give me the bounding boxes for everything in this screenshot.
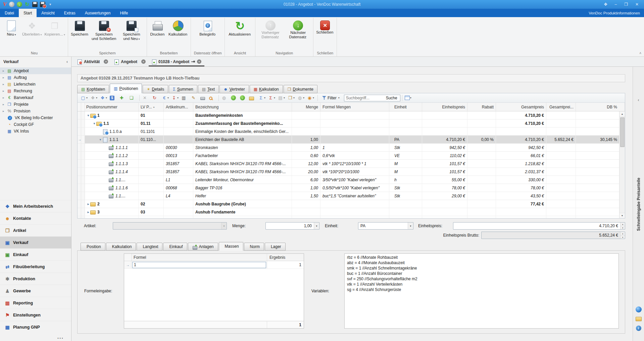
- formula-row[interactable]: → 1 1: [124, 261, 304, 269]
- col-bezeichnung[interactable]: Bezeichnung: [193, 103, 292, 111]
- nav-fibuuberleitung[interactable]: ⇄ Fibuüberleitung: [0, 260, 71, 273]
- tab-kopfdaten[interactable]: ▤ Kopfdaten: [77, 85, 109, 93]
- close-tab-icon[interactable]: ✕: [197, 59, 201, 64]
- sum-table-icon[interactable]: Σ ▾: [257, 95, 267, 101]
- col-gesamtpreis-brutto[interactable]: Gesamtprei...: [546, 103, 576, 111]
- table-row[interactable]: ▾ 1 01 Baustellengemeinkosten: [78, 111, 625, 119]
- table-row[interactable]: ▸ 3 03 Aushub Fundamente: [78, 208, 625, 216]
- tab-lager[interactable]: Lager: [265, 243, 286, 251]
- sidebar-item-lieferschein[interactable]: ▸ ▤ Lieferschein: [0, 81, 71, 88]
- scroll-down-icon[interactable]: ▼: [620, 213, 625, 218]
- transfer-position-icon[interactable]: ❖ ▾: [89, 95, 99, 101]
- col-gesamtpreis[interactable]: Gesamtpreis: [496, 103, 546, 111]
- web-icon[interactable]: ◍: [220, 95, 230, 101]
- table-row[interactable]: 1.1.0.a 01.1101 Einmalige Kosten der Bau…: [78, 128, 625, 136]
- col-formel-mengen[interactable]: Formel Mengen: [320, 103, 389, 111]
- menu-tab[interactable]: Hilfe: [115, 9, 133, 17]
- sidebar-item-rechnung[interactable]: ▸ ▤ Rechnung: [0, 88, 71, 94]
- close-window-button[interactable]: ✕: [635, 2, 639, 7]
- sidebar-item-provision[interactable]: ▸ % Provision: [0, 108, 71, 114]
- qat-previous-icon[interactable]: ↑: [9, 2, 14, 7]
- tab-text[interactable]: ▤ Text: [198, 85, 219, 93]
- nav-planung-gnp[interactable]: ▦ Planung GNP: [0, 321, 71, 333]
- info-icon[interactable]: i: [636, 326, 641, 331]
- sidebar-item-auftrag[interactable]: ▸ ▤ Auftrag: [0, 74, 71, 81]
- expander-icon[interactable]: ▸: [3, 103, 7, 106]
- tab-vertreter[interactable]: ☻ Vertreter: [219, 85, 249, 93]
- expander-icon[interactable]: ▸: [3, 96, 7, 99]
- tab-position[interactable]: Position: [81, 243, 105, 251]
- tab-details[interactable]: ✶ Details: [143, 85, 168, 93]
- formel-editor[interactable]: 1: [132, 262, 266, 268]
- search-position-icon[interactable]: [208, 96, 217, 100]
- table-row[interactable]: ▾ 1.1 01.11 Zusammenfassung der Baustell…: [78, 119, 625, 128]
- nav-reporting[interactable]: ▥ Reporting: [0, 297, 71, 309]
- ribbon-button[interactable]: ✕ Schließen: [315, 18, 335, 35]
- ribbon-button[interactable]: Drucken: [149, 18, 167, 37]
- nav-produktion[interactable]: ✱ Produktion: [0, 273, 71, 285]
- table-row[interactable]: 1.1.1.6 00068 Bagger TP 016 1,00 0,5/50*…: [78, 184, 625, 192]
- table-scrollbar[interactable]: ▲ ▼: [619, 111, 625, 218]
- sidebar-item-vk-infos[interactable]: ▦ VK Infos: [0, 128, 71, 135]
- ribbon-button[interactable]: ↑ Vorheriger Datensatz: [257, 18, 284, 40]
- expander-icon[interactable]: ▸: [3, 89, 7, 93]
- sidebar-item-cockpit-gf[interactable]: ◔ Cockpit GF: [0, 121, 71, 128]
- price-tag-icon[interactable]: $: [109, 95, 118, 101]
- toolbar-separator[interactable]: [139, 95, 140, 101]
- expander-icon[interactable]: ▾: [98, 138, 102, 141]
- maximize-button[interactable]: ❐: [624, 2, 628, 7]
- qat-save-close-icon[interactable]: [40, 2, 45, 7]
- table-row[interactable]: 1.1.... L4 Helfer 1,50 buc*1,5 "Containe…: [78, 192, 625, 200]
- layout-button[interactable]: ▾: [404, 95, 413, 100]
- ribbon-button[interactable]: ↻ Aktualisieren: [227, 18, 253, 37]
- barcode-icon[interactable]: ▥: [180, 95, 190, 101]
- ribbon-button[interactable]: ✕ Speichern und Schließen: [91, 18, 117, 42]
- ribbon-button[interactable]: Speichern: [70, 18, 90, 37]
- globe-icon[interactable]: ◍ ▾: [296, 95, 306, 101]
- folder-icon[interactable]: [636, 317, 642, 321]
- menu-tab[interactable]: Ansicht: [37, 9, 59, 17]
- tab-aktivitaet[interactable]: Aktivität ✕: [74, 57, 111, 66]
- expander-icon[interactable]: ▾: [92, 122, 96, 125]
- expander-icon[interactable]: ▸: [3, 76, 7, 79]
- table-row[interactable]: 1.1.1.1 00030 Stromkasten 1,00 1 Stk 942…: [78, 144, 625, 152]
- nav-mein-arbeitsbereich[interactable]: ❖ Mein Arbeitsbereich: [0, 200, 71, 212]
- tab-kalkulation-detail[interactable]: Kalkulation: [106, 243, 136, 251]
- new-position-icon[interactable]: ▢ ▾: [80, 95, 89, 101]
- ribbon-collapse-icon[interactable]: ˄: [639, 51, 641, 55]
- tab-01028-angebot[interactable]: 01028 - Angebot ✕: [149, 57, 204, 66]
- nav-verkauf[interactable]: ▣ Verkauf: [0, 236, 71, 248]
- menu-tab[interactable]: Auswertungen: [80, 9, 115, 17]
- table-row[interactable]: 1.1.1.4 351857 KABEL Starkstrom NHXCH 3X…: [78, 168, 625, 176]
- qat-refresh-icon[interactable]: ↻: [24, 2, 30, 7]
- move-up-icon[interactable]: ↑: [230, 95, 239, 101]
- nav-kontakte[interactable]: ☻ Kontakte: [0, 212, 71, 224]
- col-einheitspreis[interactable]: Einheitspreis: [422, 103, 467, 111]
- sum-document-icon[interactable]: Σ ▾: [267, 95, 277, 101]
- sidebar-item-projekte[interactable]: ▸ ❒ Projekte: [0, 101, 71, 108]
- storno-icon[interactable]: ↻: [151, 95, 161, 101]
- tab-kalkulation[interactable]: ▦ Kalkulation: [250, 85, 283, 93]
- expander-icon[interactable]: ▸: [86, 202, 90, 206]
- einheitspreis-brutto-input[interactable]: 5.652,24 € ▴▾: [481, 232, 625, 239]
- table-row[interactable]: ▾ 1.1.1 01.110... Einrichten der Baustel…: [78, 136, 625, 144]
- sidebar-collapse-icon[interactable]: ‹: [66, 59, 68, 64]
- product-info-link[interactable]: VenDoc Produktinformationen: [589, 11, 644, 15]
- einheitspreis-input[interactable]: 4.710,20 € ▴▾: [453, 222, 625, 230]
- table-row[interactable]: ▸ 4 04 Mauerwerk aus Porenbeton: [78, 216, 625, 218]
- col-lv[interactable]: LV P...▴: [139, 103, 164, 111]
- ribbon-button[interactable]: Beleginfo: [193, 18, 223, 37]
- search-input[interactable]: [344, 96, 383, 100]
- formel-column-header[interactable]: Formel: [132, 254, 267, 261]
- open-folder-icon[interactable]: [248, 95, 257, 101]
- tab-angebot[interactable]: Angebot ✕: [111, 57, 149, 66]
- col-rabatt[interactable]: Rabatt: [467, 103, 496, 111]
- table-row[interactable]: ▸ 2 02 Aushub Baugrube (Grube): [78, 200, 625, 208]
- search-button[interactable]: Suche: [383, 96, 400, 100]
- qat-save-icon[interactable]: [32, 2, 38, 7]
- add-document-icon[interactable]: ✚: [118, 95, 128, 101]
- filter-button[interactable]: Filter ▾: [322, 96, 341, 100]
- move-down-icon[interactable]: ↓: [239, 95, 248, 101]
- invoice-icon[interactable]: € ▾: [161, 95, 170, 101]
- menu-tab[interactable]: Start: [19, 9, 37, 17]
